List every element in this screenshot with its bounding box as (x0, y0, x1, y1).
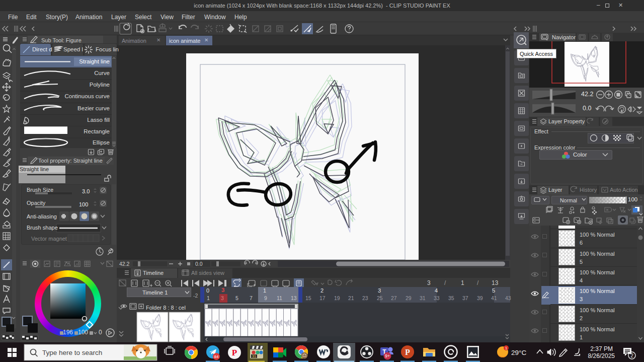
svg-text:2:37 PM: 2:37 PM (590, 345, 613, 352)
svg-text:29°C: 29°C (511, 349, 526, 356)
svg-text:P: P (232, 348, 237, 357)
svg-text:1: 1 (505, 346, 507, 350)
svg-text:31: 31 (252, 354, 256, 358)
svg-text:2: 2 (630, 353, 633, 358)
svg-text:Type here to search: Type here to search (42, 349, 102, 356)
svg-text:P: P (405, 348, 410, 356)
svg-text:84: 84 (214, 354, 219, 359)
svg-text:8/26/2025: 8/26/2025 (588, 352, 615, 359)
svg-text:9+: 9+ (385, 353, 390, 358)
